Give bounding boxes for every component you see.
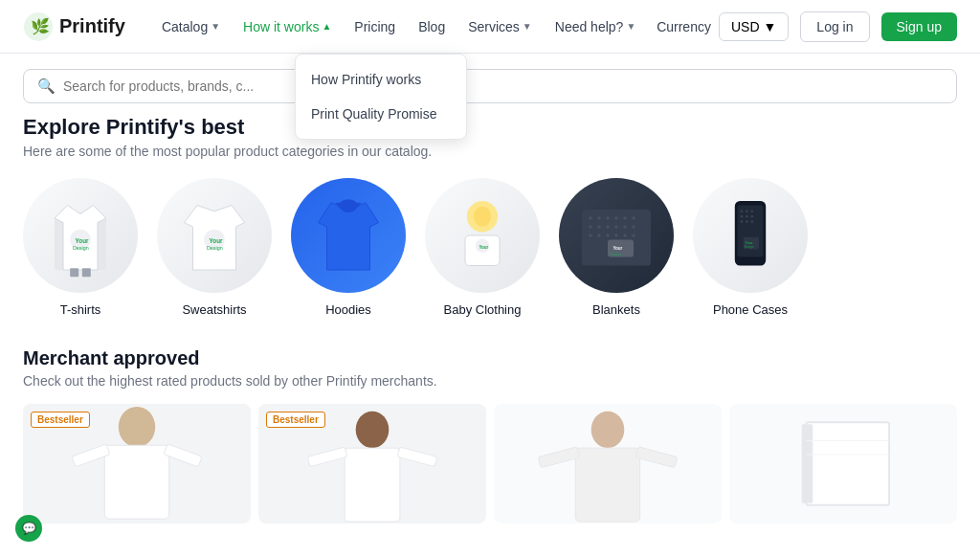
svg-point-23 xyxy=(606,216,610,220)
explore-title: Explore Printify's best xyxy=(23,115,957,140)
nav-catalog[interactable]: Catalog ▼ xyxy=(152,13,230,40)
category-baby-clothing[interactable]: Your Baby Clothing xyxy=(425,178,540,317)
svg-rect-73 xyxy=(802,424,813,503)
logo-text: Printify xyxy=(59,15,125,37)
logo[interactable]: 🌿 Printify xyxy=(23,11,125,42)
chat-widget[interactable]: 💬 xyxy=(15,515,42,542)
product-card-4[interactable] xyxy=(729,404,957,524)
svg-point-34 xyxy=(597,234,601,237)
merchant-title: Merchant approved xyxy=(23,347,957,369)
phone-case-svg: Your Design xyxy=(707,192,793,278)
tshirts-label: T-shirts xyxy=(60,302,101,317)
svg-point-27 xyxy=(589,225,592,229)
category-tshirts[interactable]: Your Design T-shirts xyxy=(23,178,138,317)
svg-rect-8 xyxy=(82,268,91,277)
svg-text:Your: Your xyxy=(210,237,223,244)
nav-pricing[interactable]: Pricing xyxy=(345,13,405,40)
svg-point-44 xyxy=(741,210,744,212)
svg-text:Your: Your xyxy=(479,245,488,250)
svg-point-67 xyxy=(591,412,625,448)
product-card-1[interactable]: Bestseller xyxy=(23,404,251,524)
svg-rect-63 xyxy=(345,448,400,522)
currency-button[interactable]: USD ▼ xyxy=(719,12,789,41)
svg-point-36 xyxy=(614,234,618,237)
how-it-works-dropdown: How Printify works Print Quality Promise xyxy=(295,54,467,140)
products-row: Bestseller Bestseller xyxy=(23,404,957,524)
svg-point-47 xyxy=(741,215,744,218)
dropdown-print-quality[interactable]: Print Quality Promise xyxy=(296,97,466,131)
svg-point-49 xyxy=(750,215,753,218)
header: 🌿 Printify Catalog ▼ How it works ▲ Pric… xyxy=(0,0,980,54)
baby-clothing-image: Your xyxy=(425,178,540,293)
hoodie-svg xyxy=(305,192,391,278)
currency-value: USD xyxy=(731,19,760,34)
svg-text:Design: Design xyxy=(745,245,754,249)
nav-need-help[interactable]: Need help? ▼ xyxy=(546,13,646,40)
svg-rect-68 xyxy=(575,448,639,522)
svg-point-21 xyxy=(589,216,592,220)
need-help-chevron-icon: ▼ xyxy=(626,21,635,32)
search-input[interactable] xyxy=(63,78,943,94)
svg-text:Design: Design xyxy=(73,245,89,251)
svg-rect-72 xyxy=(807,422,890,505)
svg-point-38 xyxy=(632,234,635,237)
product-card-3[interactable] xyxy=(494,404,722,524)
dropdown-how-printify-works[interactable]: How Printify works xyxy=(296,62,466,97)
category-sweatshirts[interactable]: Your Design Sweatshirts xyxy=(157,178,272,317)
main-nav: Catalog ▼ How it works ▲ Pricing Blog Se… xyxy=(152,13,657,40)
hoodies-label: Hoodies xyxy=(325,302,371,317)
product-3-image xyxy=(517,404,699,524)
hoodies-image xyxy=(291,178,406,293)
svg-point-26 xyxy=(632,216,635,220)
svg-point-30 xyxy=(614,225,618,229)
product-card-2[interactable]: Bestseller xyxy=(258,404,486,524)
blankets-label: Blankets xyxy=(592,302,640,317)
login-button[interactable]: Log in xyxy=(800,11,869,42)
blanket-svg: Your Design xyxy=(573,192,659,278)
svg-point-51 xyxy=(746,220,748,223)
main-content: Explore Printify's best Here are some of… xyxy=(0,115,980,524)
svg-point-52 xyxy=(750,220,753,223)
svg-point-31 xyxy=(623,225,627,229)
categories-row: Your Design T-shirts Your Des xyxy=(23,178,957,317)
logo-icon: 🌿 xyxy=(23,11,54,42)
svg-rect-58 xyxy=(104,445,168,519)
nav-how-it-works[interactable]: How it works ▲ xyxy=(234,13,341,40)
bestseller-badge-1: Bestseller xyxy=(31,412,90,428)
category-hoodies[interactable]: Hoodies xyxy=(291,178,406,317)
svg-text:Design: Design xyxy=(611,253,621,256)
svg-point-45 xyxy=(746,210,748,212)
svg-point-25 xyxy=(623,216,627,220)
svg-point-33 xyxy=(589,234,592,237)
services-chevron-icon: ▼ xyxy=(523,21,532,32)
sweatshirts-label: Sweatshirts xyxy=(182,302,246,317)
currency-section: Currency USD ▼ xyxy=(657,12,789,41)
svg-point-14 xyxy=(340,199,357,210)
how-it-works-chevron-icon: ▲ xyxy=(322,21,331,32)
signup-button[interactable]: Sign up xyxy=(881,12,957,41)
merchant-section: Merchant approved Check out the highest … xyxy=(23,347,957,524)
category-blankets[interactable]: Your Design Blankets xyxy=(559,178,674,317)
nav-services[interactable]: Services ▼ xyxy=(458,13,542,40)
sweatshirts-image: Your Design xyxy=(157,178,272,293)
svg-marker-13 xyxy=(319,203,379,270)
svg-text:Your: Your xyxy=(76,237,89,244)
svg-point-22 xyxy=(597,216,601,220)
svg-point-48 xyxy=(746,215,748,218)
svg-point-35 xyxy=(606,234,610,237)
baby-clothing-label: Baby Clothing xyxy=(444,302,522,317)
bestseller-badge-2: Bestseller xyxy=(266,412,325,428)
svg-point-24 xyxy=(614,216,618,220)
search-bar-container: 🔍 xyxy=(23,69,957,103)
svg-rect-7 xyxy=(70,268,78,277)
currency-chevron-icon: ▼ xyxy=(764,19,777,34)
tshirts-image: Your Design xyxy=(23,178,138,293)
baby-svg: Your xyxy=(439,192,525,278)
svg-point-28 xyxy=(597,225,601,229)
tshirt-svg: Your Design xyxy=(37,192,123,278)
phone-cases-image: Your Design xyxy=(693,178,808,293)
svg-point-32 xyxy=(632,225,635,229)
category-phone-cases[interactable]: Your Design Phone Cases xyxy=(693,178,808,317)
nav-blog[interactable]: Blog xyxy=(409,13,455,40)
phone-cases-label: Phone Cases xyxy=(713,302,788,317)
